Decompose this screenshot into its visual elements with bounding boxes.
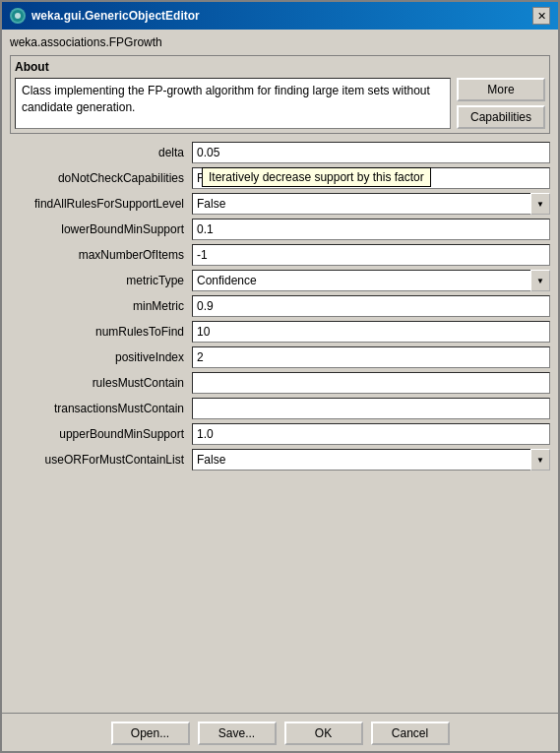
param-input-numRulesToFind[interactable] (192, 321, 550, 343)
param-input-doNotCheckCapabilities[interactable] (192, 167, 550, 189)
ok-button[interactable]: OK (284, 722, 363, 745)
param-row: lowerBoundMinSupport (10, 219, 550, 240)
param-select-wrapper-useORForMustContainList: FalseTrue▼ (192, 449, 550, 471)
param-row: findAllRulesForSupportLevelFalseTrue▼ (10, 193, 550, 215)
param-input-upperBoundMinSupport[interactable] (192, 423, 550, 445)
capabilities-button[interactable]: Capabilities (457, 105, 545, 129)
param-label-positiveIndex: positiveIndex (10, 350, 192, 364)
window-title: weka.gui.GenericObjectEditor (31, 9, 200, 23)
svg-point-1 (15, 13, 21, 19)
about-section: About Class implementing the FP-growth a… (10, 55, 550, 134)
weka-icon (10, 8, 26, 24)
about-buttons: More Capabilities (457, 78, 545, 129)
param-label-doNotCheckCapabilities: doNotCheckCapabilities (10, 171, 192, 185)
main-window: weka.gui.GenericObjectEditor ✕ weka.asso… (0, 0, 560, 753)
param-row: numRulesToFind (10, 321, 550, 343)
param-row: transactionsMustContain (10, 398, 550, 419)
param-row: delta (10, 142, 550, 163)
param-input-rulesMustContain[interactable] (192, 372, 550, 394)
param-select-findAllRulesForSupportLevel[interactable]: FalseTrue (192, 193, 550, 215)
about-description: Class implementing the FP-growth algorit… (15, 78, 451, 129)
param-label-lowerBoundMinSupport: lowerBoundMinSupport (10, 222, 192, 236)
param-label-transactionsMustContain: transactionsMustContain (10, 402, 192, 415)
param-input-transactionsMustContain[interactable] (192, 398, 550, 419)
param-row: minMetric (10, 295, 550, 317)
param-row: metricTypeConfidenceLiftLeverageConvicti… (10, 270, 550, 291)
param-row: upperBoundMinSupport (10, 423, 550, 445)
param-label-metricType: metricType (10, 274, 192, 287)
param-row: maxNumberOfItems (10, 244, 550, 266)
about-label: About (15, 60, 545, 74)
param-label-numRulesToFind: numRulesToFind (10, 325, 192, 339)
param-label-findAllRulesForSupportLevel: findAllRulesForSupportLevel (10, 197, 192, 211)
save-button[interactable]: Save... (198, 722, 277, 745)
param-input-minMetric[interactable] (192, 295, 550, 317)
param-label-delta: delta (10, 146, 192, 159)
param-input-positiveIndex[interactable] (192, 346, 550, 368)
about-inner: Class implementing the FP-growth algorit… (15, 78, 545, 129)
param-select-wrapper-metricType: ConfidenceLiftLeverageConviction▼ (192, 270, 550, 291)
param-row: positiveIndex (10, 346, 550, 368)
close-button[interactable]: ✕ (532, 7, 550, 25)
title-bar: weka.gui.GenericObjectEditor ✕ (2, 2, 558, 30)
title-bar-left: weka.gui.GenericObjectEditor (10, 8, 200, 24)
footer: Open... Save... OK Cancel (2, 713, 558, 751)
param-input-lowerBoundMinSupport[interactable] (192, 219, 550, 240)
param-input-maxNumberOfItems[interactable] (192, 244, 550, 266)
param-row: rulesMustContain (10, 372, 550, 394)
param-select-metricType[interactable]: ConfidenceLiftLeverageConviction (192, 270, 550, 291)
window-content: weka.associations.FPGrowth About Class i… (2, 30, 558, 713)
param-select-wrapper-findAllRulesForSupportLevel: FalseTrue▼ (192, 193, 550, 215)
param-label-maxNumberOfItems: maxNumberOfItems (10, 248, 192, 262)
subtitle: weka.associations.FPGrowth (10, 35, 550, 49)
param-label-useORForMustContainList: useORForMustContainList (10, 453, 192, 467)
param-input-delta[interactable] (192, 142, 550, 163)
param-label-minMetric: minMetric (10, 299, 192, 313)
more-button[interactable]: More (457, 78, 545, 101)
param-label-upperBoundMinSupport: upperBoundMinSupport (10, 427, 192, 441)
param-select-useORForMustContainList[interactable]: FalseTrue (192, 449, 550, 471)
params-area: deltadoNotCheckCapabilitiesIteratively d… (10, 142, 550, 707)
param-row: doNotCheckCapabilitiesIteratively decrea… (10, 167, 550, 189)
open-button[interactable]: Open... (111, 722, 190, 745)
cancel-button[interactable]: Cancel (371, 722, 450, 745)
param-row: useORForMustContainListFalseTrue▼ (10, 449, 550, 471)
param-label-rulesMustContain: rulesMustContain (10, 376, 192, 390)
